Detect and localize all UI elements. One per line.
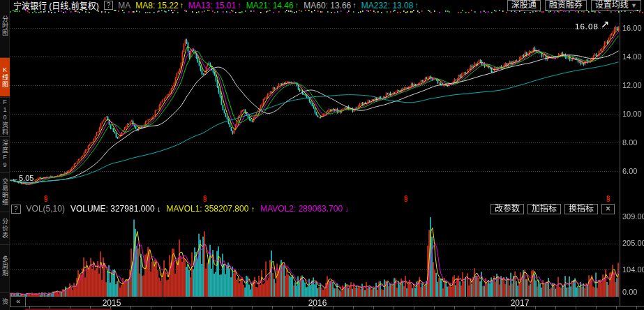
ma232-up-arrow-icon: ↑ xyxy=(414,1,419,10)
ma60-readout: MA60: 13.66↑ xyxy=(304,1,357,10)
sidebar-item-trade-detail[interactable]: 交易明细 xyxy=(0,172,10,211)
volume-down-arrow-icon: ↓ xyxy=(157,205,161,213)
indicator-help-icon[interactable]: ? xyxy=(11,205,21,214)
ma13-value: MA13: 15.01 xyxy=(188,1,236,10)
dividend-marker[interactable]: § xyxy=(44,195,48,202)
volume-readout: VOLUME: 327981.000 ↓ xyxy=(70,204,161,214)
ma8-value: MA8: 15.22 xyxy=(135,1,178,10)
mavol2-down-arrow-icon: ↓ xyxy=(345,205,349,213)
main-chart-canvas[interactable] xyxy=(10,13,620,210)
volume-axis-label: 309.00 xyxy=(622,212,644,221)
top-bar: 宁波银行 (日线,前复权) ? MA MA8: 15.22↑ MA13: 15.… xyxy=(10,0,644,10)
mavol2-value: MAVOL2: 289063.700 xyxy=(260,204,343,214)
ma60-value: MA60: 13.66 xyxy=(304,1,351,10)
sidebar-item-multi-period[interactable]: 多周期 xyxy=(0,244,10,286)
stock-app-window: 分时图 K线图 F10资料 深度F9 交易明细 分价表 多周期 资 宁波银行 (… xyxy=(0,0,644,310)
collapse-sidebar-button[interactable]: « xyxy=(10,296,26,307)
change-params-button[interactable]: 改参数 xyxy=(491,204,524,214)
price-axis-label: 8.00 xyxy=(622,138,644,147)
sidebar: 分时图 K线图 F10资料 深度F9 交易明细 分价表 多周期 资 xyxy=(0,0,10,310)
ma-prefix-label: MA xyxy=(118,1,130,10)
help-icon[interactable]: ? xyxy=(104,1,114,10)
year-label-2017: 2017 xyxy=(507,298,532,308)
ma-settings-label: 设置均线 xyxy=(595,0,629,10)
mavol1-value: MAVOL1: 358207.800 xyxy=(167,204,249,214)
volume-axis-label: 205.00 xyxy=(622,239,644,247)
year-label-2015: 2015 xyxy=(99,298,124,308)
ma232-readout: MA232: 13.08↑ xyxy=(361,1,419,10)
dividend-marker[interactable]: § xyxy=(404,195,408,202)
price-axis-label: 10.00 xyxy=(622,110,644,118)
ma13-up-arrow-icon: ↑ xyxy=(237,1,241,10)
price-axis-label: 12.00 xyxy=(622,81,644,89)
volume-axis-label: 0.00 xyxy=(622,288,644,296)
mavol1-up-arrow-icon: ↑ xyxy=(251,205,255,213)
add-indicator-button[interactable]: 加指标 xyxy=(527,204,561,214)
dividend-marker[interactable]: § xyxy=(203,195,207,202)
ma21-up-arrow-icon: ↑ xyxy=(295,1,299,10)
switch-indicator-button[interactable]: 换指标 xyxy=(564,204,598,214)
ma232-value: MA232: 13.08 xyxy=(361,1,414,10)
ma13-readout: MA13: 15.01↑ xyxy=(188,1,241,10)
ma21-value: MA21: 14.46 xyxy=(246,1,294,10)
right-axis-border xyxy=(620,10,620,306)
sidebar-item-f10[interactable]: F10资料 xyxy=(0,97,10,135)
sidebar-item-kline[interactable]: K线图 xyxy=(0,57,10,96)
volume-axis-label: 104.00 xyxy=(622,265,644,274)
ma8-readout: MA8: 15.22↑ xyxy=(135,1,184,10)
price-axis-label: 14.00 xyxy=(622,52,644,61)
chevron-down-icon: ▼ xyxy=(631,2,637,9)
up-right-arrow-icon: ↗ xyxy=(601,18,610,31)
volume-chart-canvas[interactable] xyxy=(10,216,620,297)
sidebar-item-depth[interactable]: 深度F9 xyxy=(0,136,10,172)
mavol1-readout: MAVOL1: 358207.800 ↑ xyxy=(167,204,255,214)
ma21-readout: MA21: 14.46↑ xyxy=(246,1,299,10)
indicator-name: VOL(5,10) xyxy=(27,204,65,214)
low-price-label: ←5.05 xyxy=(11,174,33,182)
sidebar-item-partial[interactable]: 资 xyxy=(0,292,10,310)
price-axis-label: 6.00 xyxy=(622,167,644,175)
latest-high-price-label: 16.08 xyxy=(575,22,599,31)
indicator-buttons: 改参数 加指标 换指标 × xyxy=(491,204,615,214)
sidebar-item-timeshare[interactable]: 分时图 xyxy=(0,0,10,54)
dividend-marker[interactable]: § xyxy=(606,195,611,202)
close-icon[interactable]: × xyxy=(601,204,615,214)
ma8-up-arrow-icon: ↑ xyxy=(180,1,184,10)
volume-value: VOLUME: 327981.000 xyxy=(70,204,155,214)
year-label-2016: 2016 xyxy=(305,298,330,308)
sidebar-item-price-table[interactable]: 分价表 xyxy=(0,212,10,244)
ma60-up-arrow-icon: ↑ xyxy=(352,1,357,10)
volume-indicator-header: ? VOL(5,10) VOLUME: 327981.000 ↓ MAVOL1:… xyxy=(10,203,644,214)
mavol2-readout: MAVOL2: 289063.700 ↓ xyxy=(260,204,349,214)
price-axis-label: 16.00 xyxy=(622,24,644,32)
